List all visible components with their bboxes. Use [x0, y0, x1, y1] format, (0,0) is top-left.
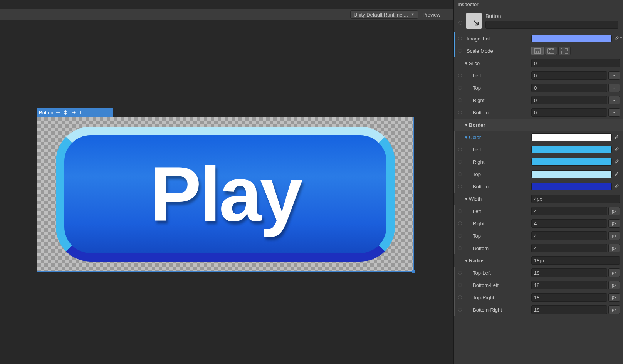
eyedropper-icon[interactable] — [613, 183, 620, 190]
border-radius-input[interactable] — [531, 256, 620, 265]
radius-bl-input[interactable] — [531, 281, 607, 289]
binding-dot[interactable] — [458, 221, 462, 225]
border-width-top-input[interactable] — [531, 231, 607, 240]
binding-dot[interactable] — [458, 283, 462, 287]
prop-radius-top-left: Top-Left px — [454, 267, 623, 279]
prop-border-color: ▼ Color — [454, 131, 623, 143]
align-horizontal-icon[interactable] — [55, 110, 61, 115]
binding-dot[interactable] — [458, 160, 462, 164]
border-bottom-color-swatch[interactable] — [531, 183, 612, 190]
prop-label: Radius — [469, 258, 484, 263]
distribute-horizontal-icon[interactable] — [70, 110, 76, 115]
scale-mode-tile[interactable] — [558, 47, 571, 55]
unit-tag[interactable]: - — [608, 71, 620, 80]
kebab-menu-icon[interactable]: ⋮ — [445, 10, 451, 19]
binding-dot[interactable] — [458, 172, 462, 176]
binding-dot[interactable] — [458, 21, 462, 25]
binding-dot[interactable] — [458, 111, 462, 114]
prop-label: Slice — [469, 60, 480, 66]
prop-label: Top-Left — [473, 270, 491, 276]
binding-dot[interactable] — [458, 98, 462, 102]
binding-dot[interactable] — [458, 74, 462, 77]
unit-tag[interactable]: px — [608, 207, 620, 215]
object-name-field[interactable] — [485, 21, 618, 29]
play-button-preview: Play — [56, 127, 395, 262]
unit-tag[interactable]: - — [608, 84, 620, 92]
selection-label-bar[interactable]: Button — [37, 108, 113, 117]
unit-tag[interactable]: px — [608, 219, 620, 228]
border-width-input[interactable] — [531, 195, 620, 203]
svg-rect-1 — [548, 49, 554, 53]
inspector-panel: Inspector Button ▴ Image Tint — [453, 0, 623, 364]
prop-slice-bottom: Bottom - — [454, 106, 623, 119]
binding-dot[interactable] — [458, 271, 462, 275]
text-tool-icon[interactable] — [77, 110, 83, 115]
slice-right-input[interactable] — [531, 96, 607, 104]
unit-tag[interactable]: px — [608, 231, 620, 240]
binding-dot[interactable] — [458, 86, 462, 90]
unit-tag[interactable]: px — [608, 293, 620, 302]
radius-tl-input[interactable] — [531, 268, 607, 277]
runtime-dropdown[interactable]: Unity Default Runtime ... ▼ — [350, 10, 418, 19]
scale-mode-stretch[interactable] — [545, 47, 557, 55]
prop-border-width: ▼ Width — [454, 193, 623, 205]
binding-dot[interactable] — [458, 246, 462, 250]
binding-dot[interactable] — [458, 295, 462, 299]
slice-top-input[interactable] — [531, 84, 607, 92]
binding-dot[interactable] — [458, 234, 462, 238]
slice-left-input[interactable] — [531, 71, 607, 80]
binding-dot[interactable] — [458, 49, 462, 53]
unit-tag[interactable]: px — [608, 305, 620, 314]
unit-tag[interactable]: - — [608, 96, 620, 104]
unit-tag[interactable]: px — [608, 268, 620, 277]
binding-dot[interactable] — [458, 209, 462, 213]
unit-tag[interactable]: px — [608, 244, 620, 252]
slice-value-input[interactable] — [531, 59, 620, 67]
binding-dot[interactable] — [458, 185, 462, 188]
border-width-bottom-input[interactable] — [531, 244, 607, 252]
runtime-dropdown-label: Unity Default Runtime ... — [354, 12, 408, 18]
radius-br-input[interactable] — [531, 305, 607, 314]
border-width-left-input[interactable] — [531, 207, 607, 215]
foldout-toggle[interactable]: ▼ — [463, 258, 469, 263]
prop-border-width-top: Top px — [454, 230, 623, 242]
prop-label: Right — [473, 97, 484, 103]
canvas-area[interactable]: Button Play — [0, 20, 453, 364]
prop-label: Bottom — [473, 110, 489, 116]
border-width-right-input[interactable] — [531, 219, 607, 228]
foldout-toggle[interactable]: ▼ — [463, 61, 469, 65]
scale-mode-sliced[interactable] — [531, 47, 544, 55]
align-vertical-icon[interactable] — [63, 110, 68, 115]
border-left-color-swatch[interactable] — [531, 146, 612, 153]
image-tint-swatch[interactable] — [531, 35, 612, 42]
resize-handle-br[interactable] — [412, 270, 415, 273]
border-top-color-swatch[interactable] — [531, 170, 612, 178]
foldout-toggle[interactable]: ▼ — [463, 135, 469, 139]
preview-button[interactable]: Preview — [419, 10, 444, 19]
selected-element-frame[interactable]: Play — [37, 117, 414, 272]
tab-strip — [0, 0, 453, 9]
foldout-toggle[interactable]: ▼ — [463, 123, 469, 127]
binding-dot[interactable] — [458, 148, 462, 151]
unit-tag[interactable]: px — [608, 281, 620, 289]
slice-bottom-input[interactable] — [531, 108, 607, 117]
eyedropper-icon[interactable] — [613, 134, 620, 141]
prop-label: Right — [473, 221, 484, 226]
prop-label: Left — [473, 208, 481, 214]
eyedropper-icon[interactable] — [613, 146, 620, 153]
binding-dot[interactable] — [458, 308, 462, 312]
radius-tr-input[interactable] — [531, 293, 607, 302]
foldout-toggle[interactable]: ▼ — [463, 197, 469, 201]
eyedropper-icon[interactable] — [613, 158, 620, 165]
prop-label: Image Tint — [467, 36, 490, 42]
eyedropper-icon[interactable] — [613, 171, 620, 178]
border-color-swatch[interactable] — [531, 133, 612, 141]
prop-label: Color — [469, 134, 481, 140]
eyedropper-icon[interactable] — [613, 35, 620, 42]
prop-label: Bottom-Right — [473, 307, 502, 313]
unit-tag[interactable]: - — [608, 108, 620, 117]
border-right-color-swatch[interactable] — [531, 158, 612, 166]
svg-rect-0 — [534, 49, 541, 53]
binding-dot[interactable] — [458, 37, 462, 40]
section-border: ▼ Border — [454, 119, 623, 131]
